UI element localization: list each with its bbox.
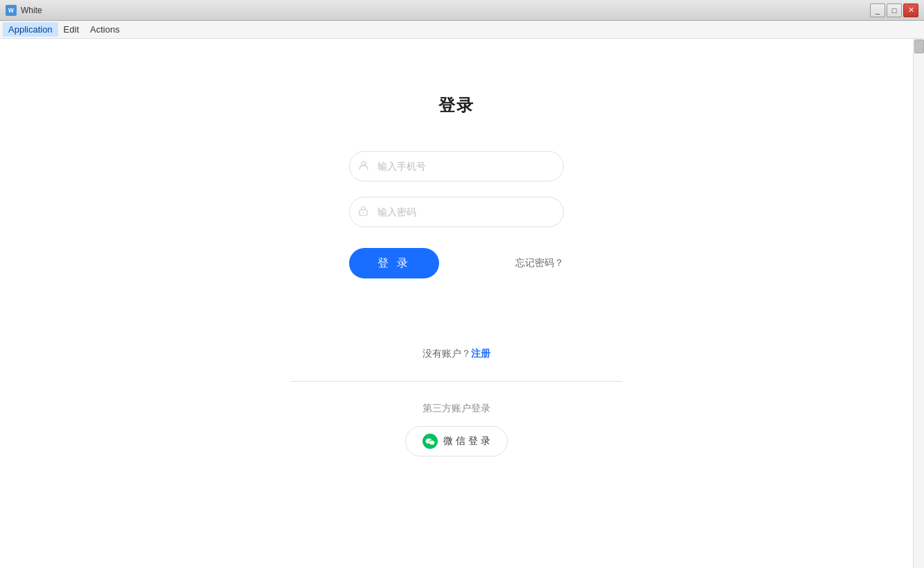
third-party-section: 第三方账户登录 微 信 登 录 — [405, 402, 508, 456]
menu-bar: Application Edit Actions — [0, 21, 924, 39]
svg-point-2 — [363, 212, 364, 213]
register-link[interactable]: 注册 — [471, 348, 490, 359]
section-divider — [290, 381, 623, 382]
register-text: 没有账户？ — [423, 348, 471, 359]
login-button[interactable]: 登 录 — [349, 248, 439, 278]
password-field-group — [349, 197, 564, 227]
title-bar-left: w White — [6, 5, 42, 16]
app-icon: w — [6, 5, 17, 16]
phone-field-group — [349, 151, 564, 181]
form-actions: 登 录 忘记密码？ — [349, 248, 564, 278]
third-party-title: 第三方账户登录 — [423, 402, 490, 415]
main-content: 登录 — [0, 39, 913, 568]
user-icon — [359, 161, 368, 172]
close-button[interactable]: ✕ — [903, 3, 918, 17]
forgot-password-link[interactable]: 忘记密码？ — [515, 257, 564, 269]
menu-application[interactable]: Application — [3, 22, 58, 37]
phone-input[interactable] — [349, 151, 564, 181]
maximize-button[interactable]: □ — [887, 3, 902, 17]
scrollbar[interactable] — [913, 39, 924, 568]
window-controls: _ □ ✕ — [870, 3, 918, 17]
menu-actions[interactable]: Actions — [85, 22, 125, 37]
register-section: 没有账户？注册 — [423, 348, 490, 360]
login-title: 登录 — [438, 94, 474, 116]
menu-edit[interactable]: Edit — [58, 22, 85, 37]
scrollbar-thumb[interactable] — [914, 39, 924, 53]
wechat-icon — [423, 434, 438, 449]
title-bar: w White _ □ ✕ — [0, 0, 924, 21]
window-body: 登录 — [0, 39, 924, 568]
lock-icon — [359, 206, 368, 218]
password-input[interactable] — [349, 197, 564, 227]
login-container: 登录 — [0, 39, 913, 524]
window-title: White — [21, 6, 42, 15]
minimize-button[interactable]: _ — [870, 3, 885, 17]
wechat-login-button[interactable]: 微 信 登 录 — [405, 426, 508, 456]
wechat-login-label: 微 信 登 录 — [443, 435, 490, 447]
